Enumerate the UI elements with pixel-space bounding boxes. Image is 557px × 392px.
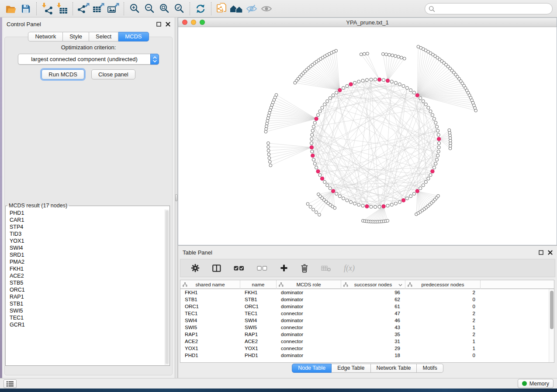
table-row[interactable]: YOX1YOX1connector291 (180, 345, 549, 352)
status-bar: Memory (0, 378, 557, 389)
export-network-button[interactable] (76, 1, 91, 16)
hide-selected-button[interactable] (244, 1, 259, 16)
memory-button[interactable]: Memory (518, 379, 554, 388)
open-file-button[interactable] (3, 1, 18, 16)
column-header-successor-nodes[interactable]: successor nodes (341, 280, 405, 289)
tab-select[interactable]: Select (89, 32, 118, 41)
save-session-button[interactable] (18, 1, 33, 16)
first-neighbors-button[interactable] (229, 1, 244, 16)
cell-predecessor-nodes: 0 (405, 352, 481, 359)
mcds-result-item[interactable]: CAR1 (6, 217, 165, 224)
search-box[interactable] (425, 3, 553, 14)
memory-button-label: Memory (529, 381, 549, 387)
zoom-in-button[interactable] (127, 1, 142, 16)
tab-edge-table[interactable]: Edge Table (332, 364, 370, 373)
import-network-button[interactable] (40, 1, 55, 16)
deselect-all-button[interactable] (257, 266, 267, 271)
tab-network[interactable]: Network (28, 32, 63, 41)
toolbar-separator (36, 2, 37, 15)
add-row-button[interactable] (280, 264, 288, 272)
table-row[interactable]: ORC1ORC1dominator610 (180, 303, 549, 310)
mcds-result-item[interactable]: RAP1 (6, 293, 165, 300)
table-row[interactable]: FKH1FKH1dominator962 (180, 289, 549, 296)
table-row[interactable]: STB1STB1dominator620 (180, 296, 549, 303)
mcds-result-item[interactable]: YOX1 (6, 237, 165, 244)
close-panel-button[interactable]: Close panel (91, 69, 135, 79)
close-panel-icon[interactable] (548, 250, 553, 255)
mcds-result-item[interactable]: PHD1 (6, 210, 165, 217)
tab-style[interactable]: Style (63, 32, 89, 41)
table-row[interactable]: PHD1PHD1dominator180 (180, 352, 549, 359)
control-panel: Control Panel NetworkStyleSelectMCDS Opt… (2, 17, 175, 378)
mcds-result-item[interactable]: SWI4 (6, 244, 165, 251)
show-all-button[interactable] (259, 1, 274, 16)
table-scrollbar[interactable] (549, 289, 554, 362)
function-builder-button[interactable]: f(x) (344, 264, 355, 273)
maximize-window-button[interactable] (200, 20, 205, 25)
select-all-button[interactable] (234, 266, 244, 271)
network-graph[interactable] (178, 27, 557, 245)
import-table-button[interactable] (55, 1, 69, 16)
zoom-fit-button[interactable] (157, 1, 172, 16)
mcds-result-title: MCDS result (17 nodes) (7, 203, 69, 209)
network-canvas[interactable] (178, 27, 557, 245)
export-image-button[interactable] (106, 1, 121, 16)
mcds-result-item[interactable]: TID3 (6, 230, 165, 237)
column-header-name[interactable]: name (240, 280, 277, 289)
show-panels-button[interactable] (3, 379, 17, 388)
mcds-result-item[interactable]: FKH1 (6, 265, 165, 272)
zoom-selected-button[interactable] (172, 1, 187, 16)
cell-MCDS-role: connector (277, 338, 341, 345)
cell-MCDS-role: dominator (277, 296, 341, 303)
table-options-button[interactable] (191, 264, 200, 272)
table-row[interactable]: RAP1RAP1dominator352 (180, 331, 549, 338)
mcds-result-item[interactable]: STB1 (6, 300, 165, 307)
mcds-result-item[interactable]: STB5 (6, 279, 165, 286)
mcds-result-item[interactable]: STP4 (6, 224, 165, 230)
column-header-shared-name[interactable]: shared name (180, 280, 240, 289)
mcds-result-list: PHD1CAR1STP4TID3YOX1SWI4SRD1PMA2FKH1ACE2… (6, 210, 165, 365)
close-panel-icon[interactable] (166, 22, 170, 27)
mcds-result-item[interactable]: ORC1 (6, 286, 165, 293)
column-header-predecessor-nodes[interactable]: predecessor nodes (405, 280, 481, 289)
search-input[interactable] (438, 6, 549, 12)
zoom-out-button[interactable] (142, 1, 157, 16)
delete-row-button[interactable] (301, 264, 308, 273)
table-row[interactable]: SWI5SWI5connector431 (180, 324, 549, 331)
show-columns-button[interactable] (212, 265, 221, 272)
close-window-button[interactable] (182, 20, 187, 25)
delete-table-button[interactable] (321, 265, 331, 272)
mcds-result-item[interactable]: SRD1 (6, 251, 165, 258)
tab-network-table[interactable]: Network Table (371, 364, 417, 373)
minimize-window-button[interactable] (191, 20, 196, 25)
scrollbar-thumb[interactable] (550, 291, 554, 329)
refresh-view-button[interactable] (193, 1, 208, 16)
table-header-row: shared namenameMCDS rolesuccessor nodesp… (180, 280, 554, 289)
cell-successor-nodes: 18 (341, 352, 405, 359)
mcds-result-item[interactable]: SWI5 (6, 307, 165, 314)
network-window-titlebar[interactable]: YPA_prune.txt_1 (178, 18, 557, 27)
export-table-button[interactable] (91, 1, 106, 16)
panel-splitter[interactable] (175, 17, 178, 378)
optimization-criterion-dropdown[interactable]: largest connected component (undirected) (18, 54, 159, 65)
duplicate-network-button[interactable] (214, 1, 229, 16)
mcds-list-scrollbar[interactable] (165, 210, 169, 365)
float-panel-icon[interactable] (539, 250, 543, 255)
table-row[interactable]: TEC1TEC1connector472 (180, 310, 549, 317)
open-folder-icon (5, 3, 17, 14)
mcds-result-item[interactable]: PMA2 (6, 258, 165, 265)
column-header-MCDS-role[interactable]: MCDS role (277, 280, 341, 289)
mcds-result-item[interactable]: GCR1 (6, 321, 165, 328)
mcds-result-item[interactable]: TEC1 (6, 314, 165, 321)
table-row[interactable]: ACE2ACE2connector311 (180, 338, 549, 345)
float-panel-icon[interactable] (156, 22, 161, 27)
tab-node-table[interactable]: Node Table (292, 364, 332, 373)
table-row[interactable]: SWI4SWI4dominator462 (180, 317, 549, 324)
cell-predecessor-nodes: 1 (405, 324, 481, 331)
memory-status-dot-icon (522, 381, 527, 386)
tab-mcds[interactable]: MCDS (118, 32, 149, 41)
tab-motifs[interactable]: Motifs (417, 364, 443, 373)
mcds-result-item[interactable]: ACE2 (6, 272, 165, 279)
run-mcds-button[interactable]: Run MCDS (42, 69, 84, 79)
splitter-handle-icon[interactable] (175, 194, 177, 201)
